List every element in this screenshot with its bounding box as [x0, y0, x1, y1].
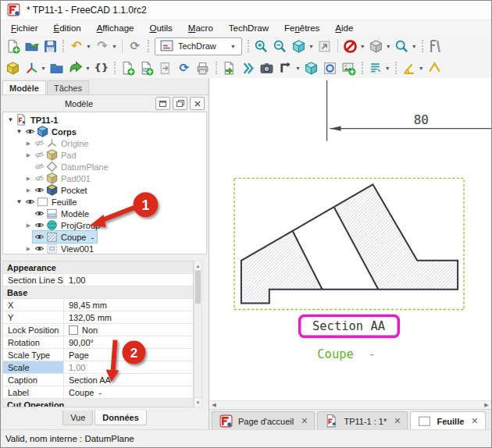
panel-tab-taches[interactable]: Tâches [47, 80, 89, 94]
section-line-button[interactable] [276, 59, 295, 77]
checkbox-unchecked[interactable] [69, 325, 78, 335]
close-icon[interactable]: ✕ [394, 416, 401, 426]
chevron-down-icon[interactable]: ▼ [86, 44, 91, 49]
expand-icon[interactable]: ▶ [24, 187, 33, 194]
section-caption[interactable]: Section AA [312, 319, 386, 333]
prop-value[interactable]: 132,05 mm [64, 311, 193, 323]
page-new-button[interactable] [119, 59, 137, 77]
image-view-button[interactable] [340, 59, 358, 77]
collapse-icon[interactable]: ▼ [15, 198, 23, 205]
doc-new-button[interactable] [3, 37, 22, 55]
folder-open-button[interactable] [22, 37, 41, 55]
chevron-down-icon[interactable]: ▼ [386, 44, 391, 49]
panel-close-button[interactable] [190, 97, 205, 110]
toolbar-grip[interactable] [422, 40, 423, 52]
expand-icon[interactable]: ▶ [24, 246, 33, 252]
part-solid-button[interactable] [3, 59, 22, 77]
update-views-button[interactable]: ⟳ [175, 59, 194, 77]
print-button[interactable] [194, 59, 212, 77]
tree-item-pad[interactable]: ▶Pad [3, 149, 206, 161]
refresh-button[interactable]: ⟳ [126, 37, 144, 55]
prop-row-label[interactable]: LabelCoupe - [3, 386, 193, 399]
clip-group-button[interactable] [321, 59, 340, 77]
prop-row-scale[interactable]: Scale1,00 [3, 361, 193, 374]
dim-extra-button[interactable] [426, 59, 444, 77]
prop-value[interactable]: 1,00 [64, 274, 193, 286]
page-template-button[interactable] [137, 59, 156, 77]
toolbar-grip[interactable] [362, 62, 363, 74]
tree-item-view001[interactable]: ▶View001 [3, 243, 206, 254]
menu-edition[interactable]: Édition [46, 22, 89, 34]
tree-item-projgroup[interactable]: ▶ProjGroup [3, 219, 206, 231]
tree-item-pad001[interactable]: ▶Pad001 [3, 172, 206, 184]
visibility-on-icon[interactable] [23, 126, 36, 137]
chevron-down-icon[interactable]: ▼ [308, 44, 314, 49]
chevron-down-icon[interactable]: ▼ [112, 44, 117, 49]
menu-affichage[interactable]: Affichage [89, 22, 142, 34]
close-icon[interactable]: ✕ [471, 416, 478, 426]
prop-row-x[interactable]: X98,45 mm [3, 299, 193, 311]
dimension-80[interactable]: 80 [327, 80, 491, 141]
measure-button[interactable] [426, 37, 445, 55]
menu-fenetres[interactable]: Fenêtres [276, 22, 327, 34]
visibility-on-icon[interactable] [33, 220, 45, 230]
go-linked-button[interactable] [316, 37, 334, 55]
toolbar-grip[interactable] [395, 62, 397, 74]
visibility-on-icon[interactable] [33, 232, 45, 242]
visibility-off-icon[interactable] [33, 162, 45, 172]
mdi-tab-tp11-1-1[interactable]: TP11-1 : 1*✕ [317, 411, 408, 430]
close-icon[interactable]: ✕ [301, 416, 308, 426]
chevron-down-icon[interactable]: ▼ [419, 66, 424, 71]
menu-fichier[interactable]: Fichier [3, 22, 46, 34]
tree-item-datumplane[interactable]: DatumPlane [3, 161, 206, 172]
macro-button[interactable]: {} [92, 59, 111, 77]
prop-value[interactable]: Non [64, 324, 193, 336]
tree-item-pocket[interactable]: ▶Pocket [3, 184, 206, 196]
page-redraw-button[interactable] [156, 59, 175, 77]
scrollbar-thumb[interactable] [195, 271, 201, 304]
section-view[interactable] [241, 184, 458, 303]
chevron-down-icon[interactable]: ▼ [41, 66, 46, 71]
mdi-tab-page-d-accueil[interactable]: Page d'accueil✕ [212, 411, 315, 430]
prop-value[interactable]: Page [64, 349, 193, 361]
draw-style-button[interactable] [341, 37, 360, 55]
export-page-button[interactable] [220, 59, 239, 77]
menu-macro[interactable]: Macro [180, 22, 221, 34]
panel-splitter[interactable] [1, 254, 209, 259]
camera-button[interactable] [258, 59, 276, 77]
mdi-tab-feuille[interactable]: Feuille✕ [410, 411, 485, 430]
expand-icon[interactable]: ▶ [24, 140, 33, 147]
dim-angle-button[interactable] [400, 59, 419, 77]
property-scrollbar[interactable]: ▲ ▼ [194, 261, 202, 407]
tree-item-feuille[interactable]: ▼Feuille [3, 196, 206, 208]
menu-aide[interactable]: Aide [327, 22, 361, 34]
expand-icon[interactable]: ▶ [24, 152, 33, 158]
panel-dock-button[interactable] [155, 97, 170, 110]
panel-tab-modele[interactable]: Modèle [2, 80, 46, 94]
balloon-button[interactable] [366, 59, 385, 77]
save-button[interactable] [41, 37, 59, 55]
prop-value[interactable]: 1,00 [64, 361, 193, 373]
prop-tab-vue[interactable]: Vue [62, 411, 93, 425]
tree-item-coupe[interactable]: Coupe - [3, 231, 206, 243]
toolbar-grip[interactable] [216, 62, 217, 74]
visibility-off-icon[interactable] [33, 173, 45, 183]
tree-item-modele[interactable]: Modèle [3, 208, 206, 219]
prop-row-caption[interactable]: CaptionSection AA [3, 374, 193, 386]
tree-item-corps[interactable]: ▼Corps [3, 126, 206, 137]
toolbar-grip[interactable] [248, 40, 249, 52]
prop-value[interactable]: Coupe - [64, 386, 193, 398]
fit-all-button[interactable] [290, 37, 308, 55]
prop-value[interactable]: 90,00° [64, 336, 193, 348]
expand-icon[interactable]: ▶ [24, 222, 33, 229]
chevron-down-icon[interactable]: ▼ [295, 66, 301, 71]
visibility-on-icon[interactable] [33, 244, 45, 254]
visibility-off-icon[interactable] [33, 138, 45, 148]
techdraw-page[interactable]: 80 Section AA Coupe - [209, 78, 491, 400]
scroll-down-icon[interactable]: ▼ [194, 397, 201, 407]
zoom-out-button[interactable] [271, 37, 290, 55]
chevron-down-icon[interactable]: ▼ [412, 44, 417, 49]
chevron-down-icon[interactable]: ▼ [360, 44, 365, 49]
prop-tab-donnees[interactable]: Données [94, 411, 146, 425]
toolbar-grip[interactable] [114, 62, 116, 74]
